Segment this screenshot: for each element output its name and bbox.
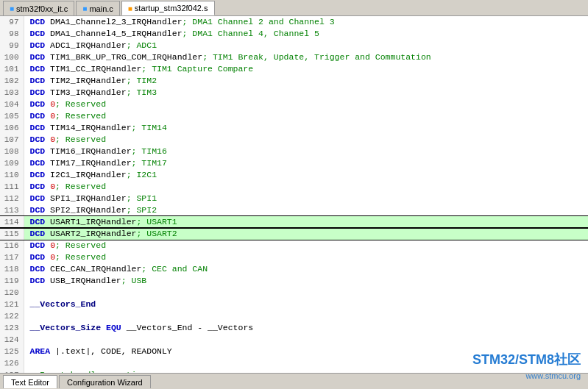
code-content: __Vectors_Size EQU __Vectors_End - __Vec…	[24, 322, 588, 334]
code-content: DCD SPI1_IRQHandler; SPI1	[24, 193, 588, 204]
code-content: DCD SPI2_IRQHandler; SPI2	[24, 204, 588, 216]
code-content	[24, 310, 588, 322]
table-row: 109 DCD TIM17_IRQHandler; TIM17	[0, 157, 588, 169]
tab-startup[interactable]: ■ startup_stm32f042.s	[121, 1, 215, 15]
line-number: 120	[0, 287, 24, 299]
table-row: 121__Vectors_End	[0, 299, 588, 310]
code-content: DCD 0; Reserved	[24, 181, 588, 193]
line-number: 106	[0, 122, 24, 134]
line-number: 124	[0, 334, 24, 346]
code-content: DCD TIM17_IRQHandler; TIM17	[24, 157, 588, 169]
table-row: 126	[0, 357, 588, 369]
table-row: 101 DCD TIM1_CC_IRQHandler; TIM1 Capture…	[0, 63, 588, 75]
table-row: 112 DCD SPI1_IRQHandler; SPI1	[0, 193, 588, 204]
code-content: ; Reset handler routine	[24, 369, 588, 373]
table-row: 115 DCD USART2_IRQHandler; USART2	[0, 228, 588, 240]
table-row: 119 DCD USB_IRQHandler; USB	[0, 275, 588, 287]
tab-label-1: stm32f0xx_it.c	[16, 4, 68, 13]
line-number: 118	[0, 263, 24, 275]
tab-label-3: startup_stm32f042.s	[135, 4, 208, 13]
table-row: 111 DCD 0; Reserved	[0, 181, 588, 193]
file-icon-1: ■	[10, 4, 14, 13]
table-row: 124	[0, 334, 588, 346]
bottom-tab-label-1: Text Editor	[11, 378, 49, 387]
line-number: 105	[0, 110, 24, 122]
table-row: 110 DCD I2C1_IRQHandler; I2C1	[0, 169, 588, 181]
code-content: DCD TIM3_IRQHandler; TIM3	[24, 87, 588, 99]
tab-stm32f0xx[interactable]: ■ stm32f0xx_it.c	[3, 1, 74, 15]
table-row: 104 DCD 0; Reserved	[0, 99, 588, 110]
line-number: 103	[0, 87, 24, 99]
bottom-tab-config-wizard[interactable]: Configuration Wizard	[59, 375, 151, 388]
line-number: 107	[0, 134, 24, 146]
tab-main[interactable]: ■ main.c	[76, 1, 119, 15]
code-content: DCD TIM14_IRQHandler; TIM14	[24, 122, 588, 134]
code-content: DCD 0; Reserved	[24, 110, 588, 122]
table-row: 105 DCD 0; Reserved	[0, 110, 588, 122]
table-row: 120	[0, 287, 588, 299]
bottom-tab-bar: Text Editor Configuration Wizard	[0, 373, 588, 389]
line-number: 119	[0, 275, 24, 287]
line-number: 117	[0, 251, 24, 263]
line-number: 115	[0, 228, 24, 240]
code-content: DCD DMA1_Channel2_3_IRQHandler; DMA1 Cha…	[24, 16, 588, 28]
code-content: DCD CEC_CAN_IRQHandler; CEC and CAN	[24, 263, 588, 275]
table-row: 127; Reset handler routine	[0, 369, 588, 373]
file-icon-2: ■	[82, 4, 87, 13]
line-number: 104	[0, 99, 24, 110]
code-content: DCD 0; Reserved	[24, 251, 588, 263]
table-row: 103 DCD TIM3_IRQHandler; TIM3	[0, 87, 588, 99]
line-number: 113	[0, 204, 24, 216]
table-row: 123__Vectors_Size EQU __Vectors_End - __…	[0, 322, 588, 334]
code-content	[24, 357, 588, 369]
code-scroll[interactable]: 97 DCD DMA1_Channel2_3_IRQHandler; DMA1 …	[0, 16, 588, 373]
line-number: 127	[0, 369, 24, 373]
code-content: AREA |.text|, CODE, READONLY	[24, 346, 588, 357]
line-number: 110	[0, 169, 24, 181]
line-number: 122	[0, 310, 24, 322]
line-number: 97	[0, 16, 24, 28]
code-content	[24, 334, 588, 346]
code-content: __Vectors_End	[24, 299, 588, 310]
code-area: 97 DCD DMA1_Channel2_3_IRQHandler; DMA1 …	[0, 16, 588, 373]
table-row: 102 DCD TIM2_IRQHandler; TIM2	[0, 75, 588, 87]
table-row: 106 DCD TIM14_IRQHandler; TIM14	[0, 122, 588, 134]
code-content: DCD USB_IRQHandler; USB	[24, 275, 588, 287]
code-content: DCD TIM1_CC_IRQHandler; TIM1 Capture Com…	[24, 63, 588, 75]
table-row: 107 DCD 0; Reserved	[0, 134, 588, 146]
table-row: 113 DCD SPI2_IRQHandler; SPI2	[0, 204, 588, 216]
line-number: 108	[0, 146, 24, 157]
code-content: DCD 0; Reserved	[24, 134, 588, 146]
table-row: 108 DCD TIM16_IRQHandler; TIM16	[0, 146, 588, 157]
code-content: DCD TIM16_IRQHandler; TIM16	[24, 146, 588, 157]
editor-container: 97 DCD DMA1_Channel2_3_IRQHandler; DMA1 …	[0, 16, 588, 373]
table-row: 97 DCD DMA1_Channel2_3_IRQHandler; DMA1 …	[0, 16, 588, 28]
line-number: 114	[0, 216, 24, 228]
code-content	[24, 287, 588, 299]
line-number: 101	[0, 63, 24, 75]
line-number: 112	[0, 193, 24, 204]
bottom-tab-text-editor[interactable]: Text Editor	[3, 375, 57, 388]
file-icon-3: ■	[128, 4, 132, 13]
code-table: 97 DCD DMA1_Channel2_3_IRQHandler; DMA1 …	[0, 16, 588, 373]
line-number: 100	[0, 51, 24, 63]
table-row: 117 DCD 0; Reserved	[0, 251, 588, 263]
line-number: 125	[0, 346, 24, 357]
code-content: DCD USART2_IRQHandler; USART2	[24, 228, 588, 240]
line-number: 98	[0, 28, 24, 40]
code-content: DCD TIM2_IRQHandler; TIM2	[24, 75, 588, 87]
code-content: DCD USART1_IRQHandler; USART1	[24, 216, 588, 228]
line-number: 126	[0, 357, 24, 369]
table-row: 98 DCD DMA1_Channel4_5_IRQHandler; DMA1 …	[0, 28, 588, 40]
code-content: DCD DMA1_Channel4_5_IRQHandler; DMA1 Cha…	[24, 28, 588, 40]
table-row: 99 DCD ADC1_IRQHandler; ADC1	[0, 40, 588, 51]
line-number: 116	[0, 240, 24, 251]
table-row: 122	[0, 310, 588, 322]
line-number: 111	[0, 181, 24, 193]
code-content: DCD I2C1_IRQHandler; I2C1	[24, 169, 588, 181]
code-content: DCD 0; Reserved	[24, 99, 588, 110]
table-row: 114 DCD USART1_IRQHandler; USART1	[0, 216, 588, 228]
code-content: DCD ADC1_IRQHandler; ADC1	[24, 40, 588, 51]
tab-bar: ■ stm32f0xx_it.c ■ main.c ■ startup_stm3…	[0, 0, 588, 16]
code-content: DCD TIM1_BRK_UP_TRG_COM_IRQHandler; TIM1…	[24, 51, 588, 63]
